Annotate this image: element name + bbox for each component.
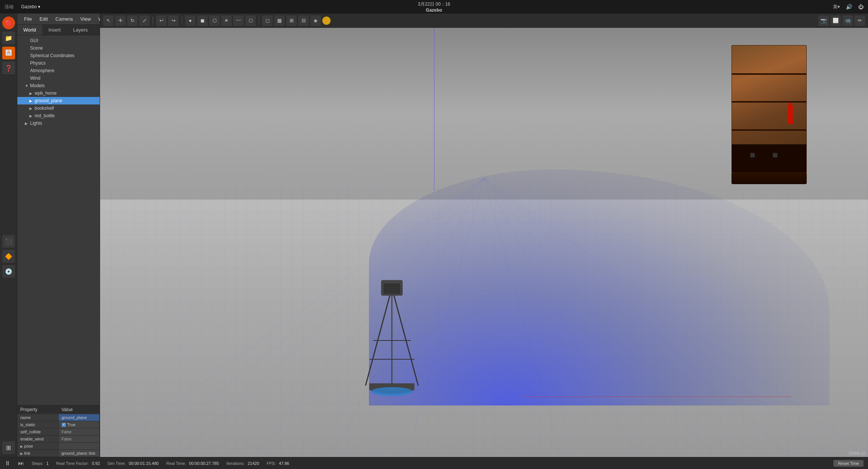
- menu-file[interactable]: File: [20, 15, 36, 23]
- prop-pose-value: [59, 443, 100, 449]
- arrow-red-bottle: ▶: [29, 114, 33, 118]
- align-left[interactable]: ⊞: [286, 15, 297, 26]
- align-right[interactable]: ⊟: [298, 15, 309, 26]
- wave-tool[interactable]: 〰: [233, 15, 244, 26]
- arrow-bookshelf: ▶: [29, 106, 33, 110]
- play-pause-btn[interactable]: ⏸: [5, 460, 11, 467]
- camera-btn[interactable]: 📷: [818, 15, 829, 26]
- tree-item-models[interactable]: ▼ Models: [17, 82, 100, 89]
- label-atmosphere: Atmosphere: [30, 68, 55, 73]
- arrow-models: ▼: [25, 84, 29, 88]
- prop-link-label[interactable]: ▶ link: [17, 450, 59, 457]
- tree-item-spherical[interactable]: Spherical Coordinates: [17, 52, 100, 59]
- label-wpb: wpb_home: [35, 91, 57, 96]
- ubuntu-icon[interactable]: 🔴: [2, 17, 15, 29]
- color-tool[interactable]: [322, 17, 331, 25]
- sphere-tool[interactable]: ●: [185, 15, 196, 26]
- files-icon[interactable]: 📁: [2, 32, 15, 44]
- tree-item-wind[interactable]: Wind: [17, 74, 100, 82]
- label-physics: Physics: [30, 61, 46, 66]
- app-name[interactable]: Gazebo ▾: [21, 4, 40, 9]
- tree-item-wpb-home[interactable]: ▶ wpb_home: [17, 89, 100, 97]
- edit-btn[interactable]: ✏: [854, 15, 865, 26]
- record-btn[interactable]: 📹: [842, 15, 853, 26]
- undo-btn[interactable]: ↩: [156, 15, 167, 26]
- label-ground: ground_plane: [35, 98, 62, 103]
- redo-btn[interactable]: ↪: [168, 15, 179, 26]
- window-title: Gazebo: [426, 8, 442, 13]
- menu-bar: File Edit Camera View Window Help: [17, 14, 100, 25]
- main-area: 🔴 📁 🅰 ❓ ⬛ 🔶 💿 ⊞ File Edit Camera View Wi…: [0, 14, 868, 457]
- prop-link-value: ground_plane::link: [59, 450, 100, 457]
- separator-1: [153, 17, 153, 25]
- tree-item-red-bottle[interactable]: ▶ red_bottle: [17, 112, 100, 120]
- tree-item-scene[interactable]: Scene: [17, 44, 100, 52]
- tree-item-bookshelf[interactable]: ▶ bookshelf: [17, 104, 100, 112]
- tree-view: GUI Scene Spherical Coordinates Physics …: [17, 35, 100, 405]
- iterations-container: Iterations: 21420: [226, 461, 259, 466]
- label-red-bottle: red_bottle: [35, 113, 55, 118]
- pose-expand-arrow: ▶: [20, 445, 23, 448]
- box-tool[interactable]: ◻: [262, 15, 273, 26]
- volume-icon[interactable]: 🔊: [846, 4, 852, 10]
- left-panel: File Edit Camera View Window Help World …: [17, 14, 100, 457]
- steps-value: 1: [46, 461, 49, 466]
- prop-header: Property Value: [17, 405, 100, 414]
- tab-insert[interactable]: Insert: [42, 25, 67, 35]
- tree-item-gui[interactable]: GUI: [17, 37, 100, 44]
- menu-view[interactable]: View: [77, 15, 95, 23]
- rotate-tool[interactable]: ↻: [127, 15, 138, 26]
- realtime-value: 00:00:00:27.785: [189, 461, 219, 466]
- menu-camera[interactable]: Camera: [52, 15, 76, 23]
- rtf-label: Real Time Factor:: [56, 461, 89, 466]
- 3d-icon[interactable]: 🔶: [2, 250, 15, 263]
- light-tool[interactable]: ☀: [221, 15, 232, 26]
- dvd-icon[interactable]: 💿: [2, 265, 15, 278]
- scale-tool[interactable]: ⤢: [139, 15, 150, 26]
- prop-pose-label[interactable]: ▶ pose: [17, 443, 59, 449]
- menu-edit[interactable]: Edit: [36, 15, 52, 23]
- prop-enable-wind-value[interactable]: False: [59, 436, 100, 442]
- label-wind: Wind: [30, 76, 40, 81]
- lang-selector[interactable]: 英▾: [833, 4, 840, 10]
- measure-tool[interactable]: ◈: [310, 15, 321, 26]
- apps-icon[interactable]: ⊞: [2, 441, 15, 454]
- prop-name-value[interactable]: ground_plane: [59, 414, 100, 421]
- property-panel: Property Value name ground_plane is_stat…: [17, 405, 100, 457]
- terminal-icon[interactable]: ⬛: [2, 235, 15, 248]
- power-icon[interactable]: ⏻: [858, 4, 863, 10]
- prop-is-static-value[interactable]: True: [59, 421, 100, 428]
- tree-item-ground-plane[interactable]: ▶ ground_plane: [17, 97, 100, 104]
- step-btn[interactable]: ⏭: [18, 460, 24, 467]
- red-bottle: [788, 105, 793, 124]
- prop-row-is-static: is_static True: [17, 421, 100, 428]
- tree-item-physics[interactable]: Physics: [17, 59, 100, 67]
- select-tool[interactable]: ↖: [103, 15, 114, 26]
- tab-layers[interactable]: Layers: [67, 25, 94, 35]
- is-static-checkbox[interactable]: [62, 423, 66, 427]
- topbar-left: 活动 Gazebo ▾: [5, 4, 40, 10]
- corner-label: OGRE v2: [849, 451, 865, 455]
- hex-tool[interactable]: ⬡: [245, 15, 256, 26]
- robot-model: [354, 273, 429, 405]
- iterations-label: Iterations:: [226, 461, 244, 466]
- prop-self-collide-value[interactable]: False: [59, 428, 100, 435]
- reset-time-btn[interactable]: Reset Time: [833, 460, 863, 467]
- screenshot-btn[interactable]: ⬜: [830, 15, 841, 26]
- prop-col-header: Property: [17, 405, 59, 414]
- translate-tool[interactable]: ✛: [115, 15, 126, 26]
- help-icon[interactable]: ❓: [2, 62, 15, 74]
- grid-tool[interactable]: ▦: [274, 15, 285, 26]
- cylinder-tool[interactable]: ⬡: [209, 15, 220, 26]
- label-spherical: Spherical Coordinates: [30, 53, 74, 58]
- software-center-icon[interactable]: 🅰: [2, 47, 15, 59]
- link-expand-arrow: ▶: [20, 452, 23, 455]
- tree-item-atmosphere[interactable]: Atmosphere: [17, 67, 100, 74]
- 3d-scene[interactable]: OGRE v2: [100, 28, 868, 457]
- toolbar: ↖ ✛ ↻ ⤢ ↩ ↪ ● ◼ ⬡ ☀ 〰 ⬡ ◻ ▦ ⊞ ⊟ ◈ 📷 ⬜ 📹 …: [100, 14, 868, 28]
- tab-world[interactable]: World: [17, 25, 42, 35]
- label-models: Models: [30, 83, 45, 88]
- prop-row-link: ▶ link ground_plane::link: [17, 450, 100, 457]
- cube-tool[interactable]: ◼: [197, 15, 208, 26]
- tree-item-lights[interactable]: ▶ Lights: [17, 120, 100, 127]
